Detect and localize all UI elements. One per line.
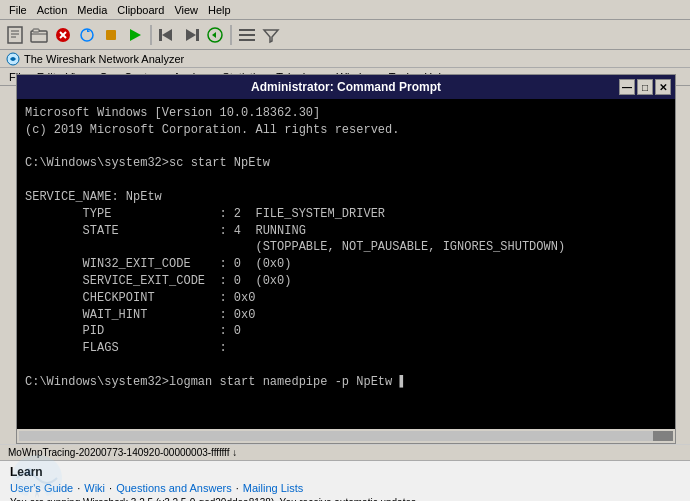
scrollbar-track[interactable] — [19, 431, 673, 441]
toolbar-divider2 — [230, 25, 232, 45]
svg-rect-17 — [239, 29, 255, 31]
cmd-minimize-button[interactable]: — — [619, 79, 635, 95]
learn-title: Learn — [10, 465, 680, 479]
ws-title-text: The Wireshark Network Analyzer — [24, 53, 184, 65]
outer-menu-file[interactable]: File — [4, 4, 32, 16]
svg-rect-19 — [239, 39, 255, 41]
cmd-close-button[interactable]: ✕ — [655, 79, 671, 95]
cmd-restore-button[interactable]: □ — [637, 79, 653, 95]
capture-bar: MoWnpTracing-20200773-140920-00000003-ff… — [0, 445, 690, 461]
learn-links: User's Guide · Wiki · Questions and Answ… — [10, 482, 680, 494]
svg-rect-12 — [159, 29, 162, 41]
ws-icon — [6, 52, 20, 66]
svg-rect-10 — [106, 30, 116, 40]
svg-marker-11 — [130, 29, 141, 41]
svg-rect-0 — [8, 27, 22, 43]
outer-menubar: File Action Media Clipboard View Help — [0, 0, 690, 20]
toolbar-btn-open[interactable] — [28, 24, 50, 46]
learn-sep-1: · — [77, 482, 80, 494]
toolbar-btn-prev[interactable] — [156, 24, 178, 46]
svg-marker-15 — [186, 29, 196, 41]
toolbar-btn-close[interactable] — [52, 24, 74, 46]
cmd-scrollbar[interactable] — [17, 429, 675, 443]
toolbar-btn-filter[interactable] — [260, 24, 282, 46]
toolbar-btn-play[interactable] — [124, 24, 146, 46]
ws-logo — [2, 449, 72, 499]
toolbar-btn-next[interactable] — [180, 24, 202, 46]
scrollbar-thumb[interactable] — [653, 431, 673, 441]
learn-section: Learn User's Guide · Wiki · Questions an… — [0, 461, 690, 501]
outer-menu-help[interactable]: Help — [203, 4, 236, 16]
outer-menu-clipboard[interactable]: Clipboard — [112, 4, 169, 16]
toolbar-divider — [150, 25, 152, 45]
learn-sep-2: · — [109, 482, 112, 494]
toolbar-btn-go[interactable] — [204, 24, 226, 46]
cmd-title-text: Administrator: Command Prompt — [25, 80, 667, 94]
svg-rect-4 — [31, 31, 47, 42]
learn-link-mailing[interactable]: Mailing Lists — [243, 482, 304, 494]
svg-marker-13 — [162, 29, 172, 41]
learn-link-wiki[interactable]: Wiki — [84, 482, 105, 494]
update-text: You are running Wireshark 3.2.5 (v3.2.5-… — [10, 497, 680, 501]
bottom-bar: MoWnpTracing-20200773-140920-00000003-ff… — [0, 444, 690, 501]
svg-point-21 — [26, 468, 32, 476]
toolbar-btn-settings[interactable] — [236, 24, 258, 46]
ws-titlebar: The Wireshark Network Analyzer — [0, 50, 690, 68]
outer-menu-view[interactable]: View — [169, 4, 203, 16]
toolbar-btn-reload[interactable] — [76, 24, 98, 46]
svg-rect-14 — [196, 29, 199, 41]
cmd-titlebar: Administrator: Command Prompt — □ ✕ — [17, 75, 675, 99]
toolbar — [0, 20, 690, 50]
cmd-window: Administrator: Command Prompt — □ ✕ Micr… — [16, 74, 676, 444]
learn-link-qa[interactable]: Questions and Answers — [116, 482, 232, 494]
learn-sep-3: · — [236, 482, 239, 494]
toolbar-btn-stop[interactable] — [100, 24, 122, 46]
cmd-controls: — □ ✕ — [619, 79, 671, 95]
toolbar-btn-new[interactable] — [4, 24, 26, 46]
svg-rect-18 — [239, 34, 255, 36]
svg-rect-5 — [33, 29, 39, 32]
outer-menu-action[interactable]: Action — [32, 4, 73, 16]
outer-menu-media[interactable]: Media — [72, 4, 112, 16]
cmd-body[interactable]: Microsoft Windows [Version 10.0.18362.30… — [17, 99, 675, 429]
